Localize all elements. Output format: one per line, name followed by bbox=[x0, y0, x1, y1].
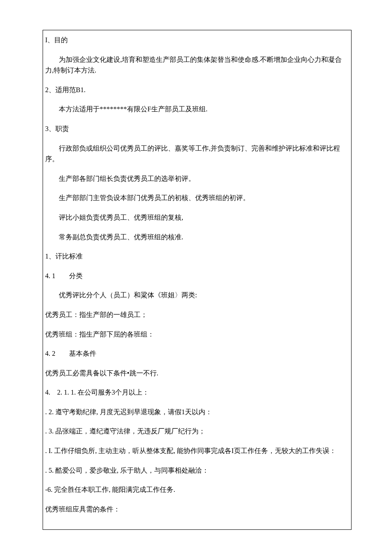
section-4-2-item-2: . 2. 遵守考勤纪律, 月度无迟到早退现象，请假1天以内： bbox=[45, 407, 349, 418]
section-4-2-item-6: -6. 完全胜任本职工作, 能阳满完成工作任务. bbox=[45, 484, 349, 495]
section-4-2-heading: 4. 2 基本条件 bbox=[45, 348, 349, 359]
section-4-1-paragraph-3: 优秀班组：指生产部下屈的各班组： bbox=[45, 329, 349, 340]
section-1-heading: I、目的 bbox=[45, 35, 349, 46]
section-3-paragraph-3: 生产部部门主管负设本部门优秀员工的初核、优秀班组的初评。 bbox=[45, 192, 349, 203]
section-4-1-heading: 4. 1 分类 bbox=[45, 270, 349, 282]
section-4-2-item-3: . 3. 品张端正，遵纪遵守法律，无违反厂规厂纪行为； bbox=[45, 426, 349, 437]
section-4-2-paragraph-1: 优秀员工必需具备以下条件•跳一不行. bbox=[45, 368, 349, 379]
section-2-heading: 2、适用范B1. bbox=[45, 84, 349, 96]
section-4-2-item-1: 4. 2. 1. 1. 在公司服务3个月以上： bbox=[45, 387, 349, 398]
document-border: I、目的 为加强企业文化建设,培育和塑造生产部员工的集体架替当和使命感.不断增加… bbox=[43, 30, 352, 530]
section-2-paragraph: 本方法适用于********有限公F生产部员工及班组. bbox=[45, 104, 349, 115]
section-3-heading: 3、职责 bbox=[45, 123, 349, 134]
section-1-paragraph: 为加强企业文化建设,培育和塑造生产部员工的集体架替当和使命感.不断增加企业向心力… bbox=[45, 54, 349, 76]
section-3-paragraph-5: 常务副总负责优秀员工、优秀班组的核准. bbox=[45, 232, 349, 243]
section-4-1-paragraph-1: 优秀评比分个人（员工）和粱体《班姐〉两类: bbox=[45, 290, 349, 301]
section-3-paragraph-4: 评比小姐负责优秀员工、优秀班组的复核, bbox=[45, 212, 349, 223]
section-4-1-paragraph-2: 优秀员工：指生产部的一雄员工； bbox=[45, 309, 349, 320]
section-4-heading: 1、讦比标准 bbox=[45, 251, 349, 262]
section-3-paragraph-1: 行政部负或组织公司优秀员工的评比、嘉奖等工作,并负责制订、完善和维护评比标准和评… bbox=[45, 143, 349, 165]
section-4-2-item-5: . 5. 酷爱公司，爱步敬业, 乐于助人，与同事相处融洽： bbox=[45, 465, 349, 476]
section-4-2-item-4: . I. 工作仔细负所, 主动主动，听从整体支配, 能协作同事完成各I页工作任务… bbox=[45, 445, 349, 456]
section-4-2-paragraph-2: 优秀班组应具需的条件： bbox=[45, 504, 349, 515]
section-3-paragraph-2: 生产部各部门组长负责优秀员工的选举初评。 bbox=[45, 173, 349, 184]
